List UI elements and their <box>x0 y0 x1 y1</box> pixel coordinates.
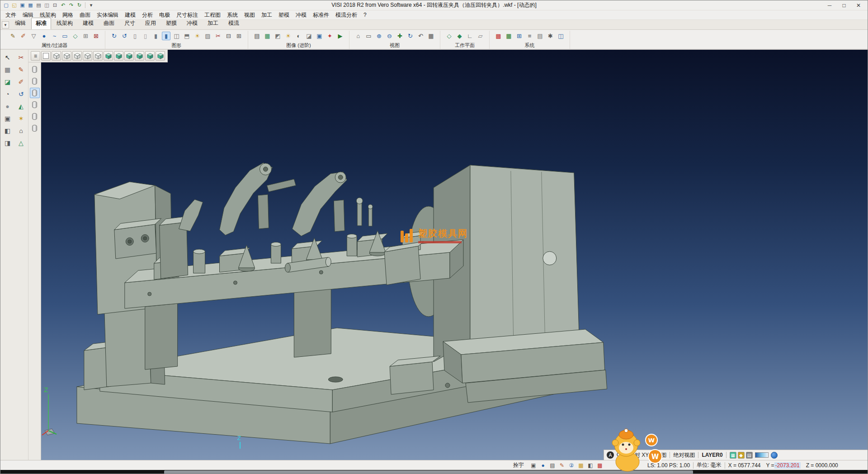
view-front-icon[interactable] <box>72 51 82 61</box>
undo-icon[interactable]: ↶ <box>59 1 67 9</box>
mesh-icon[interactable]: △ <box>15 137 27 148</box>
menu-item-17[interactable]: 模流分析 <box>332 10 360 20</box>
new-file-icon[interactable]: ▢ <box>2 1 10 9</box>
snap-screen-icon[interactable]: ▣ <box>529 461 538 469</box>
view-iso-sw-icon[interactable] <box>135 51 144 61</box>
tab-9[interactable]: 加工 <box>203 18 223 29</box>
view-mode-label[interactable]: 绝对视图 <box>673 451 695 459</box>
tab-5[interactable]: 尺寸 <box>120 18 140 29</box>
view-top-icon[interactable] <box>62 51 71 61</box>
shadow-icon[interactable]: ◐ <box>294 32 303 40</box>
half-section-icon[interactable]: ◧ <box>2 125 14 136</box>
grid-settings-icon[interactable]: ▤ <box>536 32 544 40</box>
named-views-icon[interactable]: ▦ <box>427 32 435 40</box>
redraw-icon[interactable]: ↻ <box>110 32 118 40</box>
view-blank-icon[interactable] <box>41 51 51 61</box>
display-filter-6[interactable] <box>30 123 40 133</box>
menu-item-15[interactable]: 冲模 <box>292 10 310 20</box>
select-arrow-icon[interactable]: ↖ <box>2 52 14 62</box>
globe-icon[interactable] <box>771 452 778 459</box>
open-file-icon[interactable]: ◱ <box>10 1 18 9</box>
regen-icon[interactable]: ↺ <box>120 32 129 40</box>
filter-curves-icon[interactable]: ~ <box>50 32 59 40</box>
section-icon[interactable]: ⊟ <box>224 32 233 40</box>
layers-icon[interactable]: ≡ <box>525 32 534 40</box>
menu-item-14[interactable]: 塑模 <box>275 10 292 20</box>
snapshot-icon[interactable]: ✦ <box>326 32 334 40</box>
reflection-icon[interactable]: ◪ <box>305 32 313 40</box>
snap-indicator-icon[interactable]: ◆ <box>738 452 745 459</box>
shaded-icon[interactable]: ▮ <box>151 32 160 40</box>
quick-attributes-icon[interactable]: ✐ <box>19 32 28 40</box>
view-axonometric-icon[interactable] <box>52 51 61 61</box>
zoom-extents-icon[interactable]: ⌂ <box>354 32 363 40</box>
sphere-icon[interactable]: ● <box>2 101 14 111</box>
view-left-icon[interactable] <box>93 51 103 61</box>
maximize-button[interactable]: □ <box>837 1 851 9</box>
texture-icon[interactable]: ▦ <box>263 32 272 40</box>
lighting-icon[interactable]: ☀ <box>284 32 292 40</box>
help-2-icon[interactable]: ② <box>567 461 576 469</box>
workplane-align-icon[interactable]: ∟ <box>466 32 474 40</box>
save-file-icon[interactable]: ▣ <box>19 1 26 9</box>
filter-solids-icon[interactable]: ◇ <box>71 32 80 40</box>
perspective-icon[interactable]: ⬒ <box>183 32 191 40</box>
print-preview-icon[interactable]: ◫ <box>43 1 51 9</box>
scrollbar-thumb[interactable] <box>164 470 693 474</box>
display-filter-2[interactable] <box>30 76 40 86</box>
color-scale-strip[interactable] <box>755 452 769 458</box>
home-icon[interactable]: ⌂ <box>15 125 27 136</box>
trim-scissors-icon[interactable]: ✂ <box>15 52 27 62</box>
filter-icon[interactable]: ▽ <box>29 32 38 40</box>
active-layer-label[interactable]: LAYER0 <box>702 452 722 458</box>
material-box-icon[interactable]: ▦ <box>577 461 585 469</box>
lights-icon[interactable]: ☀ <box>193 32 202 40</box>
section-box-icon[interactable]: ◧ <box>586 461 594 469</box>
orbit-undo-icon[interactable]: ↺ <box>15 89 27 99</box>
view-list-icon[interactable]: ≡ <box>31 51 40 61</box>
tab-4[interactable]: 曲面 <box>99 18 119 29</box>
wireframe-icon[interactable]: ▯ <box>131 32 139 40</box>
viewport-3d[interactable]: Z 塑胶模具网 <box>41 50 868 460</box>
display-settings-icon[interactable]: ▦ <box>505 32 513 40</box>
display-filter-5[interactable] <box>30 111 40 122</box>
tab-6[interactable]: 应用 <box>141 18 160 29</box>
workplane-create-icon[interactable]: ◆ <box>455 32 464 40</box>
tab-3[interactable]: 建模 <box>78 18 98 29</box>
menu-item-18[interactable]: ? <box>360 11 370 19</box>
camera-icon[interactable]: ▣ <box>315 32 324 40</box>
view-iso-nw-icon[interactable] <box>114 51 123 61</box>
tab-2[interactable]: 线架构 <box>52 18 77 29</box>
menu-item-13[interactable]: 加工 <box>258 10 275 20</box>
filter-surfaces-icon[interactable]: ▭ <box>61 32 69 40</box>
color-palette-icon[interactable]: ▩ <box>494 32 503 40</box>
coord-y-value[interactable]: -2073.201 <box>774 462 801 469</box>
options-icon[interactable]: ✱ <box>546 32 555 40</box>
quick-print-icon[interactable]: ▤ <box>548 461 557 469</box>
tab-1[interactable]: 标准 <box>31 18 51 29</box>
view-iso-ne-icon[interactable] <box>104 51 113 61</box>
display-filter-4[interactable] <box>30 100 40 110</box>
palette-icon[interactable]: ▩ <box>596 461 604 469</box>
hidden-line-icon[interactable]: ▯ <box>141 32 150 40</box>
tab-10[interactable]: 模流 <box>224 18 244 29</box>
workplane-xy-icon[interactable]: ◇ <box>445 32 453 40</box>
view-iso-se-icon[interactable] <box>124 51 134 61</box>
tab-0[interactable]: 编辑 <box>10 18 30 29</box>
view-iso-bottom-icon[interactable] <box>145 51 155 61</box>
tab-overflow-button[interactable]: ▼ <box>2 21 9 28</box>
copy-screen-icon[interactable]: ⊡ <box>51 1 59 9</box>
display-filter-3[interactable] <box>30 88 40 98</box>
measure-partial-icon[interactable]: ◔ <box>2 89 14 99</box>
tab-8[interactable]: 冲模 <box>182 18 202 29</box>
shaded-edges-icon[interactable]: ▮ <box>162 32 170 40</box>
filter-clear-icon[interactable]: ⊠ <box>92 32 100 40</box>
properties-icon[interactable]: ✎ <box>9 32 17 40</box>
plugins-icon[interactable]: ◫ <box>557 32 565 40</box>
redo-icon[interactable]: ↷ <box>67 1 75 9</box>
shade-icon[interactable]: ◨ <box>2 137 14 148</box>
workplane-indicator-icon[interactable]: ▦ <box>730 452 736 459</box>
annotate-pen-icon[interactable]: ✐ <box>15 76 27 87</box>
filter-grid-icon[interactable]: ⊞ <box>81 32 90 40</box>
multi-view-icon[interactable]: ⊞ <box>235 32 243 40</box>
